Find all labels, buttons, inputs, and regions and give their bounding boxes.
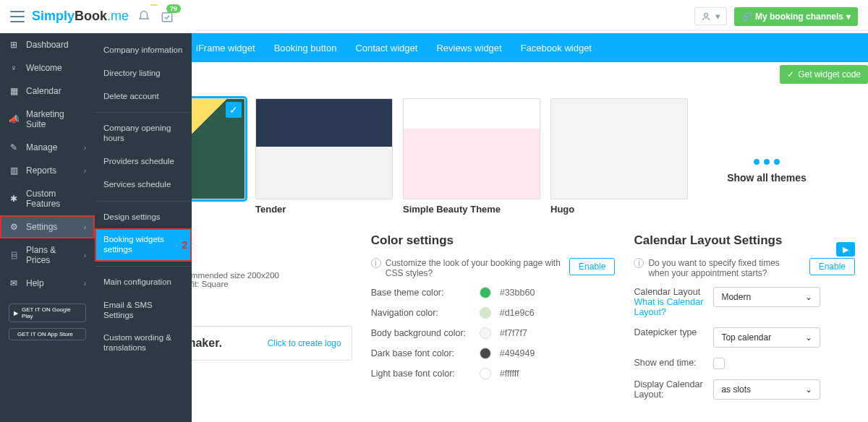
show-all-label: Show all themes — [727, 172, 807, 184]
submenu-item-main-configuration[interactable]: Main configuration — [95, 271, 192, 294]
sidebar-item-marketing-suite[interactable]: 📣 Marketing Suite — [0, 103, 95, 136]
select-datepicker-type[interactable]: Top calendar⌄ — [713, 327, 820, 348]
tab-reviews-widget[interactable]: Reviews widget — [436, 43, 501, 53]
submenu-item-company-opening-hours[interactable]: Company opening hours — [95, 117, 192, 150]
my-booking-channels-button[interactable]: 🔗 My booking channels ▾ — [734, 7, 858, 26]
divider — [95, 201, 192, 202]
help-link[interactable]: What is Calendar Layout? — [634, 297, 703, 317]
settings-submenu: Company informationDirectory listingDele… — [95, 33, 192, 422]
submenu-item-delete-account[interactable]: Delete account — [95, 85, 192, 108]
theme-thumbnail[interactable] — [255, 98, 393, 199]
panel-desc: Do you want to specify fixed times when … — [648, 258, 801, 278]
color-row: Base theme color: #33bb60 — [371, 287, 616, 298]
theme-card[interactable]: Simple Beauty Theme — [403, 98, 540, 215]
sidebar-item-dashboard[interactable]: ⊞ Dashboard — [0, 33, 95, 56]
submenu-item-custom-wording-translations[interactable]: Custom wording & translations — [95, 327, 192, 360]
notif-badge — [150, 4, 158, 6]
chat-icon: ✉ — [9, 278, 19, 288]
theme-card[interactable]: Tender — [255, 98, 393, 215]
tab-iframe-widget[interactable]: iFrame widget — [196, 43, 255, 53]
sidebar-item-calendar[interactable]: ▦ Calendar — [0, 79, 95, 103]
money-icon: ⌸ — [9, 250, 19, 260]
theme-label: Tender — [255, 204, 393, 215]
sidebar-item-label: Calendar — [26, 86, 61, 96]
logo-mid: Book — [75, 9, 107, 23]
chevron-right-icon: › — [84, 167, 86, 175]
theme-thumbnail[interactable] — [550, 98, 688, 199]
checkbox-show-end-time-[interactable] — [713, 358, 725, 369]
submenu-item-design-settings[interactable]: Design settings — [95, 206, 192, 229]
layout-row: Show end time: — [634, 358, 855, 369]
user-menu[interactable]: ▾ — [694, 7, 727, 25]
theme-card[interactable]: Hugo — [550, 98, 688, 215]
select-display-calendar-layout-[interactable]: as slots⌄ — [713, 379, 820, 400]
submenu-item-directory-listing[interactable]: Directory listing — [95, 62, 192, 85]
submenu-item-company-information[interactable]: Company information — [95, 39, 192, 62]
submenu-item-label: Custom wording & translations — [103, 333, 171, 352]
video-help-icon[interactable]: ▶ — [836, 242, 855, 257]
enable-css-button[interactable]: Enable — [569, 258, 615, 275]
sidebar-item-label: Welcome — [26, 63, 62, 73]
layout-label: Show end time: — [634, 358, 713, 368]
submenu-item-email-sms-settings[interactable]: Email & SMS Settings — [95, 294, 192, 327]
annotation-number: 1 — [93, 221, 95, 233]
sidebar-item-plans-prices[interactable]: ⌸ Plans & Prices › — [0, 238, 95, 272]
select-calendar-layout[interactable]: Modern⌄ — [713, 287, 820, 307]
layout-row: Display Calendar Layout:as slots⌄ — [634, 379, 855, 400]
app-store-badge[interactable]: GET IT ON App Store — [9, 328, 86, 340]
user-icon — [701, 12, 711, 22]
theme-list: Tender Simple Beauty Theme Hugo Show all… — [108, 98, 855, 215]
google-play-badge[interactable]: ▶GET IT ON Google Play — [9, 303, 86, 322]
get-widget-label: Get widget code — [798, 69, 861, 79]
color-swatch[interactable] — [480, 348, 491, 359]
sidebar-item-manage[interactable]: ✎ Manage › — [0, 136, 95, 159]
color-label: Body background color: — [371, 328, 480, 338]
enable-fixedtimes-button[interactable]: Enable — [809, 258, 855, 275]
check-calendar-icon[interactable]: 79 — [161, 10, 174, 23]
color-swatch[interactable] — [480, 368, 491, 379]
submenu-item-label: Company information — [103, 46, 182, 54]
show-all-themes[interactable]: Show all themes — [698, 98, 835, 215]
color-swatch[interactable] — [480, 287, 491, 298]
divider — [95, 266, 192, 267]
sidebar-item-label: Dashboard — [26, 40, 69, 50]
tab-facebook-widget[interactable]: Facebook widget — [521, 43, 592, 53]
sidebar-item-welcome[interactable]: ♀ Welcome — [0, 56, 95, 79]
calendar-icon: ▦ — [9, 86, 19, 96]
submenu-item-label: Company opening hours — [103, 124, 171, 142]
color-row: Body background color: #f7f7f7 — [371, 327, 616, 339]
logo[interactable]: SimplyBook.me — [32, 9, 129, 24]
tab-contact-widget[interactable]: Contact widget — [355, 43, 417, 53]
info-icon: i — [634, 258, 644, 268]
submenu-item-booking-widgets-settings[interactable]: Booking widgets settings2 — [95, 228, 192, 262]
svg-point-1 — [705, 13, 708, 17]
theme-thumbnail[interactable] — [403, 98, 540, 199]
get-widget-code-button[interactable]: ✓ Get widget code — [780, 65, 868, 84]
sidebar-item-settings[interactable]: ⚙ Settings › 1 — [0, 215, 95, 238]
chevron-right-icon: › — [84, 144, 86, 152]
hamburger-icon[interactable] — [10, 11, 25, 22]
logo-suffix: .me — [107, 9, 129, 23]
puzzle-icon: ✱ — [9, 194, 19, 204]
annotation-number: 2 — [182, 239, 187, 251]
link-icon: 🔗 — [741, 12, 752, 22]
bell-icon[interactable] — [137, 10, 150, 23]
submenu-item-providers-schedule[interactable]: Providers schedule — [95, 150, 192, 173]
sidebar-item-label: Reports — [26, 165, 56, 176]
tab-booking-button[interactable]: Booking button — [274, 43, 337, 53]
submenu-item-label: Email & SMS Settings — [103, 301, 153, 319]
submenu-item-label: Providers schedule — [103, 157, 174, 165]
check-icon: ✓ — [787, 69, 794, 79]
sidebar-item-help[interactable]: ✉ Help › — [0, 272, 95, 295]
chevron-right-icon: › — [84, 223, 86, 231]
info-icon: i — [371, 258, 381, 268]
sidebar-item-custom-features[interactable]: ✱ Custom Features — [0, 182, 95, 215]
fiverr-create-link[interactable]: Click to create logo — [268, 338, 341, 348]
color-swatch[interactable] — [480, 327, 491, 339]
wrench-icon: ✎ — [9, 142, 19, 152]
theme-label: Simple Beauty Theme — [403, 204, 540, 215]
color-swatch[interactable] — [480, 307, 491, 319]
sidebar-item-reports[interactable]: ▥ Reports › — [0, 159, 95, 182]
submenu-item-services-schedule[interactable]: Services schedule — [95, 173, 192, 197]
gear-icon: ⚙ — [9, 222, 19, 232]
